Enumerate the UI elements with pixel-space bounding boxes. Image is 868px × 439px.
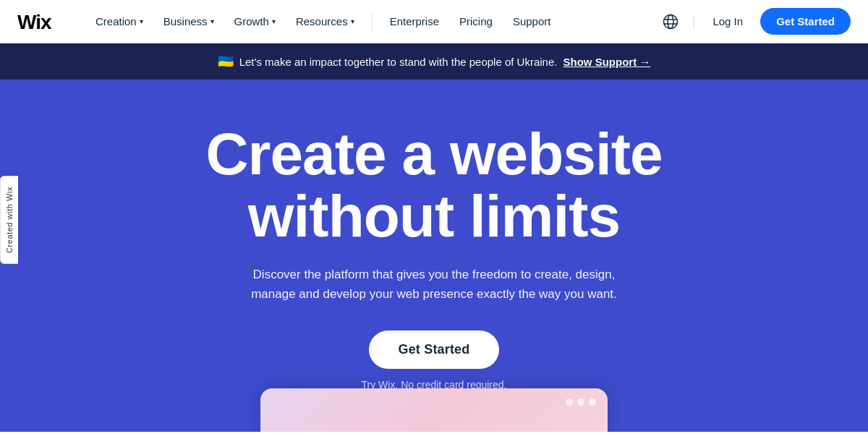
hero-title: Create a website without limits bbox=[205, 123, 662, 247]
hero-get-started-button[interactable]: Get Started bbox=[369, 331, 498, 369]
preview-dot-1 bbox=[566, 398, 573, 406]
chevron-down-icon: ▾ bbox=[210, 17, 214, 25]
chevron-down-icon: ▾ bbox=[351, 17, 354, 25]
main-nav: Wix Creation ▾ Business ▾ Growth ▾ Resou… bbox=[0, 0, 868, 43]
nav-separator: | bbox=[692, 14, 696, 29]
nav-link-growth[interactable]: Growth ▾ bbox=[226, 9, 284, 33]
nav-link-pricing[interactable]: Pricing bbox=[451, 9, 501, 33]
nav-links: Creation ▾ Business ▾ Growth ▾ Resources… bbox=[87, 9, 658, 33]
svg-point-2 bbox=[668, 14, 673, 28]
preview-dots bbox=[566, 398, 596, 406]
chevron-down-icon: ▾ bbox=[272, 17, 276, 25]
side-badge: Created with Wix bbox=[0, 176, 18, 264]
nav-divider bbox=[372, 12, 373, 32]
hero-preview-card bbox=[260, 388, 608, 432]
ukraine-banner-message: Let's make an impact together to stand w… bbox=[239, 56, 558, 68]
chevron-down-icon: ▾ bbox=[140, 17, 143, 25]
svg-point-1 bbox=[663, 14, 677, 28]
login-button[interactable]: Log In bbox=[704, 9, 752, 33]
svg-text:Wix: Wix bbox=[17, 12, 52, 32]
nav-link-support[interactable]: Support bbox=[504, 9, 560, 33]
nav-link-business[interactable]: Business ▾ bbox=[155, 9, 223, 33]
language-selector-icon[interactable] bbox=[658, 9, 684, 35]
preview-dot-3 bbox=[589, 398, 596, 406]
ukraine-show-support-link[interactable]: Show Support → bbox=[563, 56, 650, 68]
side-badge-text: Created with Wix bbox=[0, 176, 18, 264]
ukraine-flag-emoji: 🇺🇦 bbox=[218, 54, 234, 69]
nav-link-enterprise[interactable]: Enterprise bbox=[381, 9, 448, 33]
nav-link-creation[interactable]: Creation ▾ bbox=[87, 9, 152, 33]
wix-logo[interactable]: Wix bbox=[17, 12, 64, 32]
nav-right: | Log In Get Started bbox=[658, 8, 851, 35]
hero-subtitle: Discover the platform that gives you the… bbox=[246, 265, 622, 304]
nav-get-started-button[interactable]: Get Started bbox=[760, 8, 851, 35]
preview-dot-2 bbox=[577, 398, 584, 406]
nav-link-resources[interactable]: Resources ▾ bbox=[287, 9, 363, 33]
hero-section: Create a website without limits Discover… bbox=[0, 80, 868, 432]
ukraine-banner: 🇺🇦 Let's make an impact together to stan… bbox=[0, 43, 868, 80]
